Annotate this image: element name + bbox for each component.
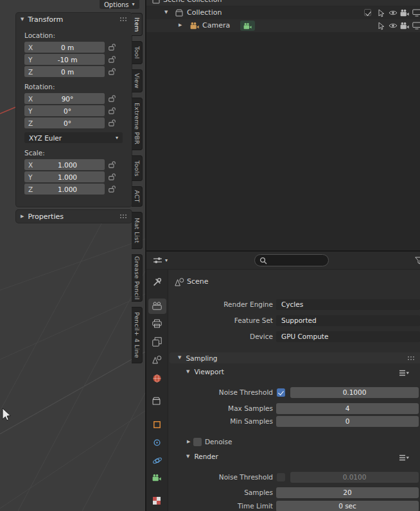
viewport-title: Viewport: [194, 368, 223, 376]
max-samples-slider[interactable]: 4: [276, 403, 419, 414]
blender-window: Options Transform Location: X 0 m Y: [0, 0, 420, 511]
panel-menu-icon[interactable]: [399, 455, 409, 461]
tab-output-icon[interactable]: [152, 319, 162, 328]
render-noise-threshold-label: Noise Threshold: [219, 472, 273, 483]
time-limit-label: Time Limit: [238, 501, 273, 511]
viewport-noise-threshold-slider[interactable]: 0.1000: [290, 387, 419, 398]
collapse-arrow-icon: [186, 455, 189, 459]
tab-render-icon[interactable]: [152, 302, 162, 310]
right-editor-column: Scene Collection Collection Camera: [145, 0, 420, 511]
panel-grip-icon[interactable]: [407, 356, 415, 361]
hide-eye-icon[interactable]: [389, 22, 398, 29]
collection-name[interactable]: Collection: [187, 8, 222, 17]
disable-viewport-monitor-icon[interactable]: [412, 9, 420, 17]
tab-tool-icon[interactable]: [152, 277, 162, 287]
expand-arrow-icon[interactable]: [179, 23, 182, 28]
disable-viewport-monitor-icon[interactable]: [412, 22, 420, 30]
collection-icon: [175, 9, 183, 17]
chevron-down-icon: [165, 258, 168, 263]
max-samples-label: Max Samples: [228, 403, 273, 414]
render-noise-threshold-slider[interactable]: 0.0100: [290, 472, 419, 483]
disable-render-camera-icon[interactable]: [400, 22, 409, 30]
collapse-arrow-icon: [178, 356, 181, 360]
outliner-row-scene-collection[interactable]: Scene Collection: [146, 0, 420, 6]
filter-funnel-icon[interactable]: [415, 257, 420, 264]
samples-slider[interactable]: 20: [276, 487, 419, 498]
render-engine-dropdown[interactable]: Cycles: [276, 299, 420, 310]
camera-data-icon: [243, 22, 252, 30]
editor-type-button[interactable]: [150, 255, 170, 266]
feature-set-dropdown[interactable]: Supported: [276, 315, 420, 326]
tab-object-icon[interactable]: [152, 420, 162, 429]
viewport-noise-threshold-label: Noise Threshold: [219, 387, 273, 398]
mouse-cursor: [0, 0, 145, 511]
render-title: Render: [194, 453, 218, 460]
selectable-cursor-icon[interactable]: [378, 22, 385, 30]
viewport-noise-threshold-checkbox[interactable]: [277, 388, 285, 397]
render-engine-label: Render Engine: [223, 299, 273, 310]
exclude-checkbox[interactable]: [364, 9, 371, 16]
search-icon: [259, 257, 267, 264]
samples-label: Samples: [244, 487, 273, 498]
time-limit-slider[interactable]: 0 sec: [276, 501, 419, 511]
collapse-arrow-icon[interactable]: [164, 10, 168, 15]
scene-collection-name[interactable]: Scene Collection: [163, 0, 222, 4]
expand-arrow-icon[interactable]: [187, 440, 190, 444]
min-samples-label: Min Samples: [230, 416, 273, 427]
outliner-row-camera[interactable]: Camera: [146, 19, 420, 32]
collapse-arrow-icon: [186, 370, 189, 374]
tab-constraints-icon[interactable]: [152, 438, 162, 447]
properties-editor-icon: [153, 256, 162, 264]
hide-eye-icon[interactable]: [389, 10, 398, 16]
viewport-subpanel-header[interactable]: Viewport: [186, 368, 224, 376]
selectable-cursor-icon[interactable]: [378, 9, 385, 17]
device-label: Device: [250, 331, 273, 342]
outliner[interactable]: Scene Collection Collection Camera: [146, 0, 420, 250]
properties-editor: Scene Render Engine Cycles Feature Set S…: [146, 250, 420, 511]
tab-texture-icon[interactable]: [152, 496, 161, 505]
tab-object-data-icon[interactable]: [152, 474, 161, 481]
render-noise-threshold-checkbox[interactable]: [277, 473, 285, 481]
scene-breadcrumb-icon: [175, 277, 184, 286]
camera-object-icon: [190, 22, 199, 30]
camera-name[interactable]: Camera: [202, 21, 230, 30]
properties-editor-header: [146, 252, 420, 270]
sampling-panel-header[interactable]: Sampling: [170, 352, 420, 363]
outliner-row-collection[interactable]: Collection: [146, 6, 420, 19]
tab-world-icon[interactable]: [152, 374, 162, 383]
panel-menu-icon[interactable]: [399, 370, 409, 376]
search-box[interactable]: [254, 254, 329, 266]
search-input[interactable]: [270, 257, 324, 264]
denoise-label: Denoise: [205, 437, 232, 447]
tab-scene-icon[interactable]: [152, 355, 162, 364]
device-dropdown[interactable]: GPU Compute: [276, 331, 420, 342]
render-subpanel-header[interactable]: Render: [186, 453, 218, 460]
3d-viewport[interactable]: Options Transform Location: X 0 m Y: [0, 0, 145, 511]
sampling-title: Sampling: [186, 354, 217, 362]
denoise-checkbox[interactable]: [193, 438, 202, 446]
tab-view-layer-icon[interactable]: [152, 337, 162, 347]
properties-tab-column: [146, 270, 168, 511]
breadcrumb[interactable]: Scene: [187, 277, 209, 286]
min-samples-slider[interactable]: 0: [276, 416, 419, 427]
tab-physics-icon[interactable]: [152, 456, 162, 465]
tab-collection-icon[interactable]: [152, 397, 161, 405]
disable-render-camera-icon[interactable]: [400, 9, 409, 17]
feature-set-label: Feature Set: [234, 315, 273, 326]
scene-collection-icon: [152, 0, 160, 4]
camera-data-chip[interactable]: [240, 21, 255, 31]
